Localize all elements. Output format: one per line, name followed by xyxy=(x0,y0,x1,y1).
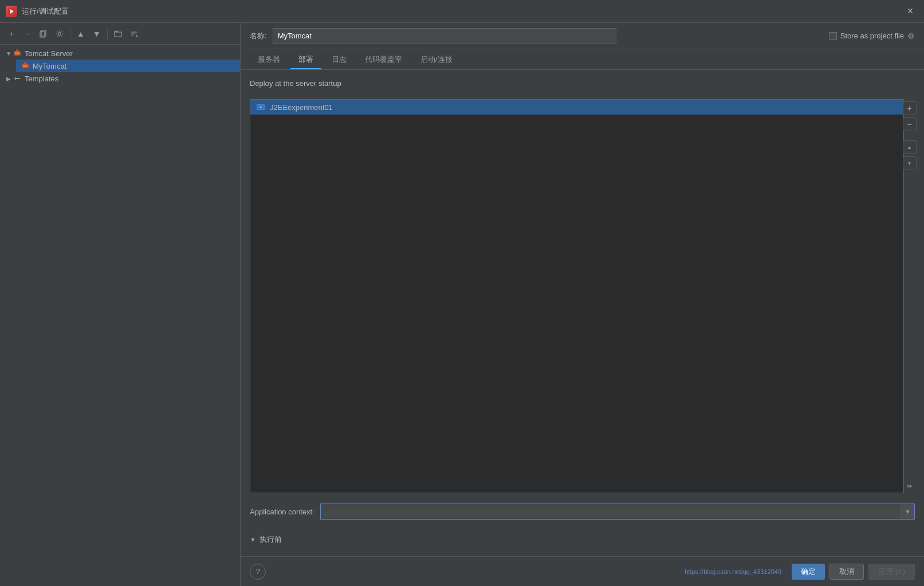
sort-button[interactable] xyxy=(127,27,141,41)
add-config-button[interactable]: + xyxy=(5,27,18,41)
mytomcat-icon xyxy=(21,61,30,70)
tree-group-templates[interactable]: ▶ Templates xyxy=(0,72,240,85)
tomcat-server-icon xyxy=(13,49,22,58)
bottom-bar: ? https://blog.csdn.net/qq_43312049 确定 取… xyxy=(241,556,924,586)
config-name-input[interactable] xyxy=(273,28,616,44)
up-button[interactable]: ▲ xyxy=(74,27,88,41)
down-button[interactable]: ▼ xyxy=(90,27,104,41)
deploy-item-j2ee[interactable]: J2EEexperiment01 xyxy=(250,100,903,115)
svg-rect-6 xyxy=(15,52,19,54)
sidebar-toolbar: + − ▲ ▼ xyxy=(0,23,240,45)
tab-startup[interactable]: 启动/连接 xyxy=(412,51,461,69)
tab-deploy[interactable]: 部署 xyxy=(290,51,321,69)
deploy-scroll-down[interactable]: ▼ xyxy=(903,156,917,170)
before-launch-arrow: ▼ xyxy=(250,536,256,543)
tab-log[interactable]: 日志 xyxy=(324,51,355,69)
csdn-link[interactable]: https://blog.csdn.net/qq_43312049 xyxy=(685,568,781,575)
svg-point-13 xyxy=(259,106,262,108)
svg-point-7 xyxy=(16,49,18,52)
svg-rect-9 xyxy=(23,65,27,67)
store-project-checkbox[interactable] xyxy=(829,32,837,40)
deploy-add-button[interactable]: + xyxy=(903,101,917,115)
deploy-list: J2EEexperiment01 xyxy=(250,99,903,493)
app-context-input-wrap: ▼ xyxy=(320,504,915,520)
tree-expand-arrow: ▼ xyxy=(5,49,13,57)
deploy-section-title: Deploy at the server startup xyxy=(250,79,915,88)
before-launch-header[interactable]: ▼ 执行前 xyxy=(250,532,915,547)
templates-icon xyxy=(13,74,22,83)
deploy-item-icon xyxy=(256,103,265,112)
tree-item-mytomcat[interactable]: MyTomcat xyxy=(16,60,240,72)
deploy-edit-button[interactable]: ✏ xyxy=(905,482,914,491)
apply-button[interactable]: 应用 (A) xyxy=(868,564,915,580)
deploy-item-label: J2EEexperiment01 xyxy=(270,103,333,112)
before-launch-label: 执行前 xyxy=(259,534,282,545)
svg-point-10 xyxy=(24,62,26,64)
tab-server[interactable]: 服务器 xyxy=(250,51,288,69)
settings-button[interactable] xyxy=(53,27,66,41)
copy-config-button[interactable] xyxy=(37,27,50,41)
app-context-input[interactable] xyxy=(321,504,901,519)
mytomcat-label: MyTomcat xyxy=(33,62,66,70)
store-project-label: Store as project file xyxy=(840,32,904,40)
deploy-side-controls: + − ▲ ▼ ✏ xyxy=(903,99,915,493)
help-button[interactable]: ? xyxy=(250,564,266,580)
store-project-area: Store as project file ⚙ xyxy=(829,32,915,41)
sep2 xyxy=(107,29,108,39)
tab-coverage[interactable]: 代码覆盖率 xyxy=(357,51,410,69)
app-context-dropdown-button[interactable]: ▼ xyxy=(901,504,914,519)
sep1 xyxy=(70,29,70,39)
before-launch-section: ▼ 执行前 xyxy=(250,532,915,547)
right-panel: 名称: Store as project file ⚙ 服务器 部署 日志 代码… xyxy=(241,23,924,586)
cancel-button[interactable]: 取消 xyxy=(829,564,864,580)
folder-button[interactable] xyxy=(111,27,125,41)
deploy-tab-content: Deploy at the server startup J2EEexperim… xyxy=(241,70,924,556)
title-bar: 运行/调试配置 × xyxy=(0,0,924,23)
deploy-scroll-up[interactable]: ▲ xyxy=(903,140,917,154)
app-context-row: Application context: ▼ xyxy=(250,504,915,520)
config-header: 名称: Store as project file ⚙ xyxy=(241,23,924,49)
store-gear-icon[interactable]: ⚙ xyxy=(907,32,915,41)
close-button[interactable]: × xyxy=(902,3,918,19)
tomcat-server-label: Tomcat Server xyxy=(25,49,73,58)
main-layout: + − ▲ ▼ xyxy=(0,23,924,586)
svg-point-4 xyxy=(58,32,61,35)
sidebar: + − ▲ ▼ xyxy=(0,23,241,586)
deploy-list-area: J2EEexperiment01 + − ▲ ▼ ✏ xyxy=(250,99,915,493)
templates-expand-arrow: ▶ xyxy=(5,74,13,82)
config-tree: ▼ Tomcat Server xyxy=(0,45,240,586)
tree-group-tomcat[interactable]: ▼ Tomcat Server xyxy=(0,47,240,60)
name-label: 名称: xyxy=(250,31,267,41)
deploy-remove-button[interactable]: − xyxy=(903,117,917,131)
app-icon xyxy=(6,6,17,17)
tabs-row: 服务器 部署 日志 代码覆盖率 启动/连接 xyxy=(241,49,924,70)
templates-label: Templates xyxy=(25,74,58,83)
dialog-title: 运行/调试配置 xyxy=(22,6,69,17)
app-context-label: Application context: xyxy=(250,508,314,516)
ok-button[interactable]: 确定 xyxy=(792,564,825,580)
remove-config-button[interactable]: − xyxy=(21,27,34,41)
